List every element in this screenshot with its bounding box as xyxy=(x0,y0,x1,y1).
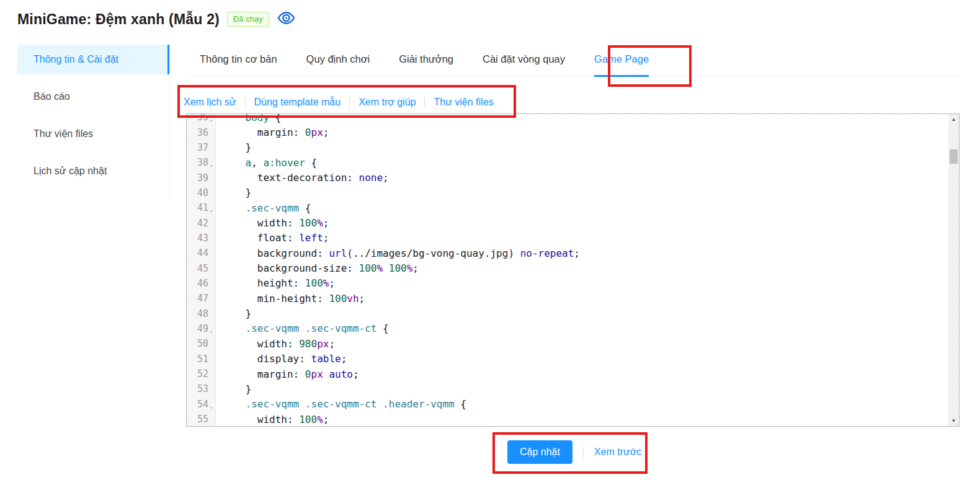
code-token: a xyxy=(246,157,252,169)
toolbar-link[interactable]: Dùng template mẫu xyxy=(254,97,341,108)
code-line[interactable]: 35⌄ body { xyxy=(187,113,948,125)
code-token xyxy=(221,368,257,380)
sidebar-item[interactable]: Thư viện files xyxy=(17,119,169,149)
tab-game-page[interactable]: Game Page xyxy=(594,43,649,76)
code-text: margin: 0px auto; xyxy=(216,368,359,380)
sidebar-menu: Thông tin & Cài đặtBáo cáoThư viện files… xyxy=(17,45,170,200)
code-text: a, a:hover { xyxy=(216,157,317,169)
line-number: 40 xyxy=(197,187,210,198)
toolbar-link[interactable]: Xem lịch sử xyxy=(184,97,236,108)
sidebar-item-label: Báo cáo xyxy=(33,91,70,102)
code-text: width: 100%; xyxy=(216,414,329,425)
scroll-down-icon[interactable]: ▼ xyxy=(948,416,959,426)
code-line[interactable]: 41⌄ .sec-vqmm { xyxy=(187,200,948,215)
code-text: body { xyxy=(216,113,281,123)
code-token: ; xyxy=(329,338,335,350)
code-token xyxy=(221,247,257,259)
code-line[interactable]: 52 margin: 0px auto; xyxy=(187,367,948,381)
line-gutter: 44 xyxy=(187,247,216,259)
tab-quy-nh-ch-i[interactable]: Quy định chơi xyxy=(306,43,370,76)
scroll-up-icon[interactable]: ▲ xyxy=(948,114,959,125)
fold-arrow-icon[interactable]: ⌄ xyxy=(210,117,216,122)
code-line[interactable]: 47 min-height: 100vh; xyxy=(187,291,948,306)
code-token: vh xyxy=(347,293,359,304)
fold-arrow-icon[interactable]: ⌄ xyxy=(210,404,216,409)
link-separator xyxy=(424,97,425,107)
code-text: .sec-vqmm .sec-vqmm-ct { xyxy=(216,322,389,334)
code-token xyxy=(221,414,257,425)
code-line[interactable]: 51 display: table; xyxy=(187,352,948,367)
line-number: 55 xyxy=(197,414,210,425)
code-token: ; xyxy=(383,172,389,184)
code-line[interactable]: 40 } xyxy=(187,185,948,200)
code-text: margin: 0px; xyxy=(216,127,329,138)
preview-link[interactable]: Xem trước xyxy=(594,447,641,458)
line-gutter: 50 xyxy=(187,338,216,349)
code-line[interactable]: 55 width: 100%; xyxy=(187,412,948,427)
line-gutter: 45 xyxy=(187,263,216,274)
code-editor[interactable]: 35⌄ body {36 margin: 0px;37 }38⌄ a, a:ho… xyxy=(186,113,960,427)
code-line[interactable]: 44 background: url(../images/bg-vong-qua… xyxy=(187,246,948,260)
code-token: background-size xyxy=(257,262,347,274)
fold-arrow-icon[interactable]: ⌄ xyxy=(210,207,216,213)
sidebar-item[interactable]: Lịch sử cập nhật xyxy=(17,156,169,186)
code-lines: 35⌄ body {36 margin: 0px;37 }38⌄ a, a:ho… xyxy=(187,113,948,427)
tab-gi-i-th-ng[interactable]: Giải thưởng xyxy=(399,43,453,76)
code-line[interactable]: 45 background-size: 100% 100%; xyxy=(187,260,948,275)
code-line[interactable]: 36 margin: 0px; xyxy=(187,125,948,140)
line-number: 47 xyxy=(197,293,210,304)
code-line[interactable]: 43 float: left; xyxy=(187,231,948,246)
code-token: px xyxy=(311,127,323,138)
preview-eye-button[interactable] xyxy=(277,10,296,29)
code-line[interactable]: 54⌄ .sec-vqmm .sec-vqmm-ct .header-vqmm … xyxy=(187,397,948,412)
footer-actions: Cập nhật Xem trước xyxy=(507,440,641,464)
code-token xyxy=(221,113,246,123)
code-line[interactable]: 42 width: 100%; xyxy=(187,215,948,230)
toolbar-link[interactable]: Thư viện files xyxy=(434,97,493,108)
code-token: width xyxy=(257,217,287,229)
code-token: none xyxy=(359,172,383,184)
code-token: : xyxy=(293,368,305,380)
code-token xyxy=(221,127,257,138)
code-line[interactable]: 38⌄ a, a:hover { xyxy=(187,155,948,170)
code-line[interactable]: 50 width: 980px; xyxy=(187,336,948,351)
code-token: 100 xyxy=(305,277,323,289)
code-line[interactable]: 39 text-decoration: none; xyxy=(187,170,948,185)
fold-arrow-icon[interactable]: ⌄ xyxy=(210,328,216,334)
code-token: margin xyxy=(257,127,293,138)
scrollbar-thumb[interactable] xyxy=(950,149,958,164)
code-token: } xyxy=(221,141,251,153)
code-line[interactable]: 49⌄ .sec-vqmm .sec-vqmm-ct { xyxy=(187,321,948,336)
line-gutter: 36 xyxy=(187,127,216,138)
editor-scrollbar[interactable]: ▲ ▼ xyxy=(948,114,959,426)
code-token: ; xyxy=(323,217,329,229)
code-token xyxy=(221,157,246,169)
code-line[interactable]: 46 height: 100%; xyxy=(187,276,948,291)
code-token: : xyxy=(299,353,311,365)
sidebar-item[interactable]: Thông tin & Cài đặt xyxy=(17,45,169,74)
code-token: } xyxy=(221,383,251,395)
code-token xyxy=(221,322,246,334)
code-token: : xyxy=(287,338,299,350)
code-line[interactable]: 37 } xyxy=(187,140,948,155)
sidebar-item[interactable]: Báo cáo xyxy=(17,82,169,112)
code-text: height: 100%; xyxy=(216,277,335,289)
line-number: 39 xyxy=(197,172,210,184)
fold-arrow-icon[interactable]: ⌄ xyxy=(210,162,216,167)
code-token: : xyxy=(317,247,329,259)
code-token: ; xyxy=(359,293,365,304)
code-token xyxy=(221,353,257,365)
code-token: % xyxy=(317,414,323,425)
code-token: .header-vqmm xyxy=(383,398,455,410)
line-number: 43 xyxy=(197,233,210,244)
update-button[interactable]: Cập nhật xyxy=(507,440,572,464)
code-line[interactable]: 48 } xyxy=(187,306,948,321)
line-gutter: 49⌄ xyxy=(187,323,216,334)
code-token xyxy=(221,277,257,289)
tab-th-ng-tin-c-b-n[interactable]: Thông tin cơ bản xyxy=(200,43,277,76)
code-token: % xyxy=(323,277,329,289)
code-token: : xyxy=(287,414,299,425)
code-line[interactable]: 53 } xyxy=(187,381,948,396)
tab-c-i-t-v-ng-quay[interactable]: Cài đặt vòng quay xyxy=(483,43,565,76)
toolbar-link[interactable]: Xem trợ giúp xyxy=(359,97,416,108)
